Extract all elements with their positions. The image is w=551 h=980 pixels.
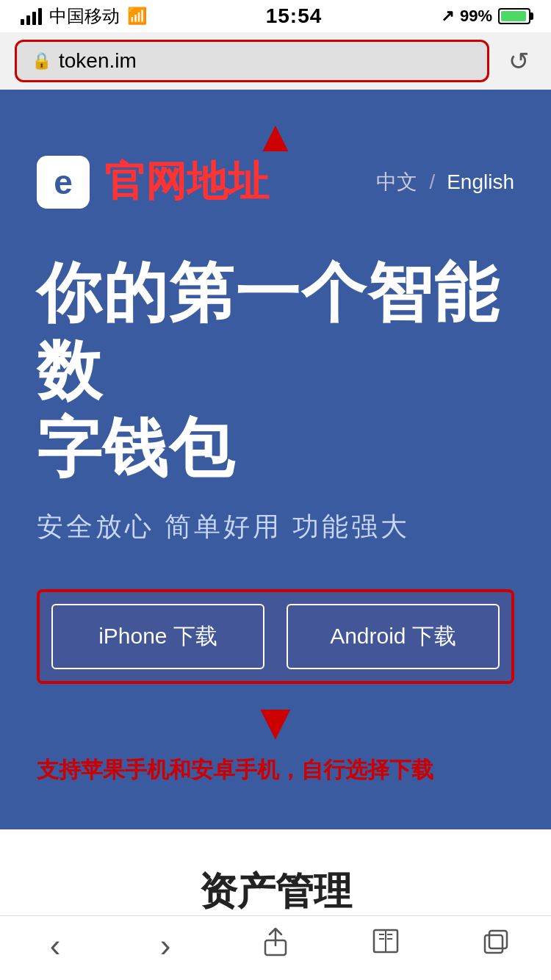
button-arrow-annotation: ▼ bbox=[37, 699, 514, 745]
lang-en-label[interactable]: English bbox=[447, 170, 514, 194]
lock-icon: 🔒 bbox=[32, 51, 51, 71]
lang-divider: / bbox=[429, 170, 435, 194]
share-icon bbox=[262, 927, 289, 963]
main-content: ▲ e 官网地址 中文 / English 你的第一个智能数 字钱包 安全放心 … bbox=[0, 90, 551, 829]
url-bar[interactable]: 🔒 token.im bbox=[15, 40, 489, 82]
feature-title: 资产管理 bbox=[37, 866, 514, 918]
tabs-button[interactable] bbox=[467, 923, 525, 968]
lang-cn-label[interactable]: 中文 bbox=[376, 168, 417, 196]
battery-pct: 99% bbox=[460, 7, 492, 26]
android-download-button[interactable]: Android 下载 bbox=[287, 604, 500, 669]
status-right: ↗ 99% bbox=[441, 7, 530, 26]
url-text: token.im bbox=[59, 49, 137, 73]
url-arrow-annotation: ▲ bbox=[37, 119, 514, 154]
clock: 15:54 bbox=[266, 4, 323, 28]
download-buttons-container: iPhone 下载 Android 下载 bbox=[37, 589, 514, 684]
svg-rect-7 bbox=[485, 935, 503, 953]
hero-subtitle: 安全放心 简单好用 功能强大 bbox=[37, 509, 514, 545]
status-bar: 中国移动 📶 15:54 ↗ 99% bbox=[0, 0, 551, 32]
tabs-icon bbox=[483, 929, 508, 961]
back-icon: ‹ bbox=[50, 927, 61, 964]
bottom-nav: ‹ › bbox=[0, 915, 551, 980]
hero-title: 你的第一个智能数 字钱包 bbox=[37, 254, 514, 487]
logo-icon: e bbox=[37, 156, 90, 209]
svg-rect-8 bbox=[489, 931, 507, 948]
battery-icon bbox=[498, 8, 530, 24]
battery-fill bbox=[501, 11, 526, 21]
bookmarks-button[interactable] bbox=[356, 923, 415, 968]
iphone-download-button[interactable]: iPhone 下载 bbox=[51, 604, 264, 669]
browser-bar: 🔒 token.im ↺ bbox=[0, 32, 551, 90]
header-row: e 官网地址 中文 / English bbox=[37, 154, 514, 210]
book-icon bbox=[372, 929, 400, 962]
status-left: 中国移动 📶 bbox=[21, 4, 147, 28]
annotation-text: 支持苹果手机和安卓手机，自行选择下载 bbox=[37, 755, 514, 785]
forward-icon: › bbox=[160, 927, 171, 964]
back-button[interactable]: ‹ bbox=[26, 923, 84, 968]
logo-title: e 官网地址 bbox=[37, 154, 269, 210]
location-icon: ↗ bbox=[441, 7, 454, 26]
signal-bars bbox=[21, 8, 42, 25]
wifi-icon: 📶 bbox=[127, 7, 147, 26]
carrier-label: 中国移动 bbox=[49, 4, 120, 28]
site-title: 官网地址 bbox=[104, 154, 269, 210]
reload-button[interactable]: ↺ bbox=[501, 43, 536, 79]
forward-button[interactable]: › bbox=[136, 923, 195, 968]
share-button[interactable] bbox=[246, 923, 305, 968]
lang-switcher: 中文 / English bbox=[376, 168, 514, 196]
